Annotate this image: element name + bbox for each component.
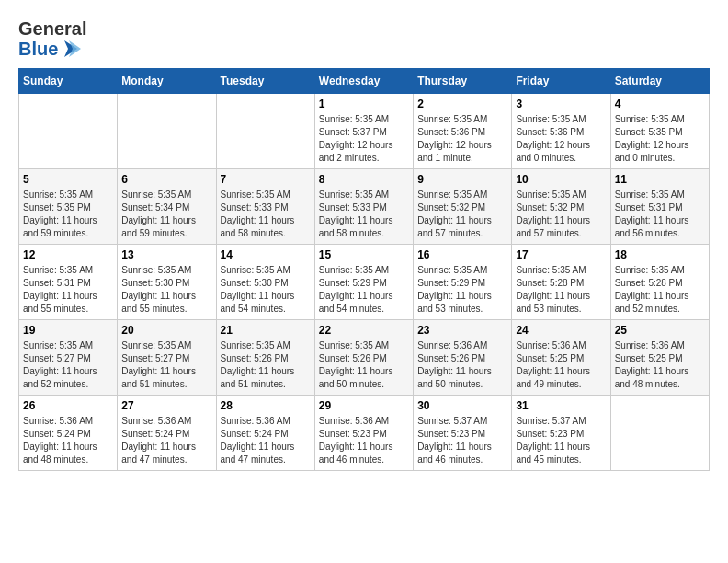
calendar-week-row: 1Sunrise: 5:35 AM Sunset: 5:37 PM Daylig… [19, 94, 710, 169]
day-number: 23 [417, 324, 507, 337]
weekday-header: Monday [118, 69, 216, 94]
calendar-cell: 23Sunrise: 5:36 AM Sunset: 5:26 PM Dayli… [414, 320, 512, 396]
calendar-cell: 7Sunrise: 5:35 AM Sunset: 5:33 PM Daylig… [216, 169, 314, 245]
day-info: Sunrise: 5:35 AM Sunset: 5:36 PM Dayligh… [516, 113, 606, 165]
day-number: 3 [516, 98, 606, 110]
day-info: Sunrise: 5:35 AM Sunset: 5:28 PM Dayligh… [615, 264, 705, 316]
calendar-cell: 12Sunrise: 5:35 AM Sunset: 5:31 PM Dayli… [19, 245, 118, 320]
calendar-cell: 19Sunrise: 5:35 AM Sunset: 5:27 PM Dayli… [19, 320, 118, 396]
day-info: Sunrise: 5:37 AM Sunset: 5:23 PM Dayligh… [417, 415, 507, 466]
day-number: 29 [319, 399, 409, 412]
calendar-cell: 21Sunrise: 5:35 AM Sunset: 5:26 PM Dayli… [216, 320, 314, 396]
weekday-header: Tuesday [216, 69, 314, 94]
day-number: 31 [516, 399, 606, 412]
day-info: Sunrise: 5:35 AM Sunset: 5:37 PM Dayligh… [319, 113, 409, 165]
calendar-cell: 26Sunrise: 5:36 AM Sunset: 5:24 PM Dayli… [19, 396, 118, 471]
logo: General Blue [18, 18, 86, 59]
day-info: Sunrise: 5:35 AM Sunset: 5:35 PM Dayligh… [615, 113, 705, 165]
calendar-cell: 20Sunrise: 5:35 AM Sunset: 5:27 PM Dayli… [118, 320, 216, 396]
day-info: Sunrise: 5:36 AM Sunset: 5:24 PM Dayligh… [23, 415, 113, 466]
day-number: 5 [23, 173, 113, 186]
day-number: 12 [23, 248, 113, 261]
calendar-cell: 18Sunrise: 5:35 AM Sunset: 5:28 PM Dayli… [610, 245, 709, 320]
calendar-week-row: 12Sunrise: 5:35 AM Sunset: 5:31 PM Dayli… [19, 245, 710, 320]
calendar-week-row: 19Sunrise: 5:35 AM Sunset: 5:27 PM Dayli… [19, 320, 710, 396]
logo-text: General Blue [18, 18, 86, 59]
day-number: 15 [319, 248, 409, 261]
day-info: Sunrise: 5:36 AM Sunset: 5:26 PM Dayligh… [417, 339, 507, 391]
calendar-cell: 14Sunrise: 5:35 AM Sunset: 5:30 PM Dayli… [216, 245, 314, 320]
calendar-header-row: SundayMondayTuesdayWednesdayThursdayFrid… [19, 69, 710, 94]
day-number: 2 [417, 98, 507, 110]
calendar-cell [610, 396, 709, 471]
day-info: Sunrise: 5:36 AM Sunset: 5:24 PM Dayligh… [121, 415, 211, 466]
calendar-cell: 1Sunrise: 5:35 AM Sunset: 5:37 PM Daylig… [314, 94, 413, 169]
calendar-cell: 22Sunrise: 5:35 AM Sunset: 5:26 PM Dayli… [314, 320, 413, 396]
calendar-cell: 30Sunrise: 5:37 AM Sunset: 5:23 PM Dayli… [414, 396, 512, 471]
calendar-week-row: 26Sunrise: 5:36 AM Sunset: 5:24 PM Dayli… [19, 396, 710, 471]
day-number: 9 [417, 173, 507, 186]
calendar-cell: 29Sunrise: 5:36 AM Sunset: 5:23 PM Dayli… [314, 396, 413, 471]
day-info: Sunrise: 5:36 AM Sunset: 5:25 PM Dayligh… [615, 339, 705, 391]
calendar-cell: 8Sunrise: 5:35 AM Sunset: 5:33 PM Daylig… [314, 169, 413, 245]
day-number: 11 [615, 173, 705, 186]
day-info: Sunrise: 5:35 AM Sunset: 5:29 PM Dayligh… [319, 264, 409, 316]
logo: General Blue [18, 18, 86, 59]
day-info: Sunrise: 5:35 AM Sunset: 5:34 PM Dayligh… [121, 189, 211, 240]
day-number: 16 [417, 248, 507, 261]
day-number: 4 [615, 98, 705, 110]
day-number: 30 [417, 399, 507, 412]
day-info: Sunrise: 5:36 AM Sunset: 5:24 PM Dayligh… [221, 415, 311, 466]
weekday-header: Wednesday [314, 69, 413, 94]
day-number: 26 [23, 399, 113, 412]
day-number: 19 [23, 324, 113, 337]
day-info: Sunrise: 5:35 AM Sunset: 5:28 PM Dayligh… [516, 264, 606, 316]
calendar-cell: 27Sunrise: 5:36 AM Sunset: 5:24 PM Dayli… [118, 396, 216, 471]
day-info: Sunrise: 5:35 AM Sunset: 5:27 PM Dayligh… [121, 339, 211, 391]
day-number: 10 [516, 173, 606, 186]
page-header: General Blue [18, 18, 710, 59]
logo-blue: Blue [18, 39, 86, 59]
day-info: Sunrise: 5:35 AM Sunset: 5:35 PM Dayligh… [23, 189, 113, 240]
calendar-cell: 15Sunrise: 5:35 AM Sunset: 5:29 PM Dayli… [314, 245, 413, 320]
weekday-header: Friday [512, 69, 610, 94]
day-info: Sunrise: 5:35 AM Sunset: 5:29 PM Dayligh… [417, 264, 507, 316]
calendar-week-row: 5Sunrise: 5:35 AM Sunset: 5:35 PM Daylig… [19, 169, 710, 245]
day-info: Sunrise: 5:35 AM Sunset: 5:32 PM Dayligh… [516, 189, 606, 240]
day-info: Sunrise: 5:35 AM Sunset: 5:30 PM Dayligh… [121, 264, 211, 316]
day-number: 27 [121, 399, 211, 412]
calendar-cell [19, 94, 118, 169]
day-number: 13 [121, 248, 211, 261]
day-number: 14 [221, 248, 311, 261]
day-info: Sunrise: 5:37 AM Sunset: 5:23 PM Dayligh… [516, 415, 606, 466]
day-number: 7 [221, 173, 311, 186]
day-number: 8 [319, 173, 409, 186]
weekday-header: Thursday [414, 69, 512, 94]
day-number: 25 [615, 324, 705, 337]
day-number: 17 [516, 248, 606, 261]
day-info: Sunrise: 5:35 AM Sunset: 5:33 PM Dayligh… [221, 189, 311, 240]
day-info: Sunrise: 5:35 AM Sunset: 5:26 PM Dayligh… [221, 339, 311, 391]
calendar-cell [118, 94, 216, 169]
day-info: Sunrise: 5:35 AM Sunset: 5:30 PM Dayligh… [221, 264, 311, 316]
calendar-cell: 31Sunrise: 5:37 AM Sunset: 5:23 PM Dayli… [512, 396, 610, 471]
day-number: 6 [121, 173, 211, 186]
day-info: Sunrise: 5:35 AM Sunset: 5:31 PM Dayligh… [615, 189, 705, 240]
day-number: 24 [516, 324, 606, 337]
day-number: 21 [221, 324, 311, 337]
calendar-cell: 6Sunrise: 5:35 AM Sunset: 5:34 PM Daylig… [118, 169, 216, 245]
calendar-cell: 13Sunrise: 5:35 AM Sunset: 5:30 PM Dayli… [118, 245, 216, 320]
calendar-cell: 16Sunrise: 5:35 AM Sunset: 5:29 PM Dayli… [414, 245, 512, 320]
calendar-cell: 5Sunrise: 5:35 AM Sunset: 5:35 PM Daylig… [19, 169, 118, 245]
calendar-cell: 11Sunrise: 5:35 AM Sunset: 5:31 PM Dayli… [610, 169, 709, 245]
weekday-header: Sunday [19, 69, 118, 94]
day-number: 1 [319, 98, 409, 110]
day-info: Sunrise: 5:36 AM Sunset: 5:25 PM Dayligh… [516, 339, 606, 391]
logo-chevron-icon [61, 39, 81, 59]
calendar-cell: 2Sunrise: 5:35 AM Sunset: 5:36 PM Daylig… [414, 94, 512, 169]
day-info: Sunrise: 5:35 AM Sunset: 5:33 PM Dayligh… [319, 189, 409, 240]
day-info: Sunrise: 5:35 AM Sunset: 5:36 PM Dayligh… [417, 113, 507, 165]
calendar-cell: 9Sunrise: 5:35 AM Sunset: 5:32 PM Daylig… [414, 169, 512, 245]
calendar-cell: 10Sunrise: 5:35 AM Sunset: 5:32 PM Dayli… [512, 169, 610, 245]
calendar-cell: 4Sunrise: 5:35 AM Sunset: 5:35 PM Daylig… [610, 94, 709, 169]
